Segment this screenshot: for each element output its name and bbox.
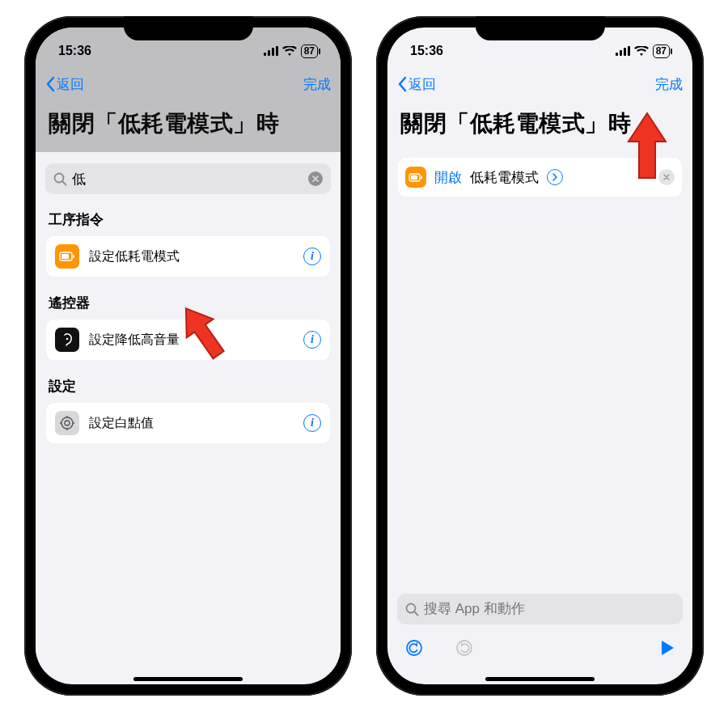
expand-icon[interactable] — [547, 169, 563, 185]
svg-point-9 — [66, 338, 69, 341]
status-time: 15:36 — [410, 44, 443, 58]
status-time: 15:36 — [58, 44, 91, 58]
toolbar — [397, 636, 683, 666]
back-label: 返回 — [57, 75, 84, 94]
clear-icon[interactable] — [308, 171, 323, 186]
action-label: 設定降低高音量 — [89, 332, 294, 349]
screen-left: 15:36 87 返回 完成 關閉「低耗電模式」時 — [36, 28, 341, 684]
svg-rect-18 — [624, 48, 626, 56]
target-label[interactable]: 低耗電模式 — [470, 168, 539, 187]
section-label-1: 遙控器 — [49, 294, 328, 312]
phone-left: 15:36 87 返回 完成 關閉「低耗電模式」時 — [24, 16, 352, 696]
chevron-left-icon — [397, 76, 407, 92]
wifi-icon — [634, 46, 649, 57]
home-indicator[interactable] — [133, 677, 243, 681]
done-button[interactable]: 完成 — [303, 75, 331, 94]
svg-rect-3 — [276, 46, 278, 56]
svg-rect-17 — [620, 50, 622, 56]
redo-icon — [455, 639, 473, 661]
action-row-low-power[interactable]: 開啟 低耗電模式 — [397, 157, 683, 197]
search-box[interactable] — [45, 163, 331, 194]
home-indicator[interactable] — [485, 677, 595, 681]
search-input-bottom[interactable] — [424, 601, 675, 617]
ear-icon — [55, 328, 79, 352]
action-label: 設定白點值 — [89, 415, 294, 432]
notch — [476, 16, 605, 40]
nav-bar: 返回 完成 — [387, 66, 692, 102]
svg-rect-0 — [264, 53, 266, 56]
svg-point-11 — [65, 421, 70, 425]
search-input[interactable] — [72, 171, 303, 187]
delete-icon[interactable] — [658, 169, 675, 185]
info-icon[interactable]: i — [303, 248, 321, 265]
svg-rect-7 — [61, 254, 69, 259]
bottom-panel — [387, 594, 692, 672]
svg-line-5 — [62, 181, 66, 185]
battery-icon — [55, 244, 79, 269]
settings-icon — [55, 411, 79, 435]
battery-icon: 87 — [653, 44, 670, 58]
wifi-icon — [282, 46, 297, 57]
content-area: 開啟 低耗電模式 — [387, 152, 692, 594]
play-icon[interactable] — [660, 640, 675, 660]
action-label: 設定低耗電模式 — [89, 248, 294, 265]
action-reduce-volume[interactable]: 設定降低高音量 i — [45, 319, 331, 361]
done-button[interactable]: 完成 — [655, 75, 683, 94]
status-right: 87 — [264, 44, 318, 58]
section-label-0: 工序指令 — [49, 210, 328, 229]
info-icon[interactable]: i — [303, 414, 321, 432]
nav-bar: 返回 完成 — [36, 66, 341, 102]
action-set-low-power[interactable]: 設定低耗電模式 i — [45, 235, 331, 277]
svg-rect-21 — [411, 175, 417, 179]
search-icon — [53, 172, 67, 186]
back-button[interactable]: 返回 — [45, 75, 84, 94]
svg-rect-22 — [421, 176, 422, 179]
action-white-point[interactable]: 設定白點值 i — [45, 402, 331, 444]
status-right: 87 — [616, 44, 670, 58]
svg-rect-1 — [268, 50, 270, 56]
notch — [124, 16, 253, 40]
svg-rect-8 — [73, 255, 74, 258]
info-icon[interactable]: i — [303, 331, 321, 349]
battery-icon — [405, 167, 426, 188]
page-title: 關閉「低耗電模式」時 — [387, 102, 692, 152]
svg-rect-19 — [628, 46, 630, 56]
svg-rect-16 — [616, 53, 618, 56]
phone-right: 15:36 87 返回 完成 關閉「低耗電模式」時 — [376, 16, 704, 696]
back-button[interactable]: 返回 — [397, 75, 436, 94]
svg-point-10 — [61, 417, 73, 429]
screen-right: 15:36 87 返回 完成 關閉「低耗電模式」時 — [387, 28, 692, 684]
back-label: 返回 — [408, 75, 436, 94]
signal-icon — [264, 46, 278, 56]
search-sheet: 工序指令 設定低耗電模式 i 遙控器 設定降低高音量 i 設定 — [36, 152, 341, 672]
section-label-2: 設定 — [49, 377, 328, 396]
open-label[interactable]: 開啟 — [434, 168, 462, 187]
svg-rect-2 — [272, 48, 274, 56]
svg-line-24 — [414, 612, 418, 616]
signal-icon — [616, 46, 630, 56]
undo-icon[interactable] — [405, 639, 423, 661]
search-bottom[interactable] — [397, 594, 683, 624]
search-icon — [405, 603, 419, 616]
header-dimmed: 15:36 87 返回 完成 關閉「低耗電模式」時 — [36, 28, 341, 152]
battery-icon: 87 — [301, 44, 318, 58]
page-title: 關閉「低耗電模式」時 — [36, 102, 341, 152]
chevron-left-icon — [45, 76, 55, 92]
